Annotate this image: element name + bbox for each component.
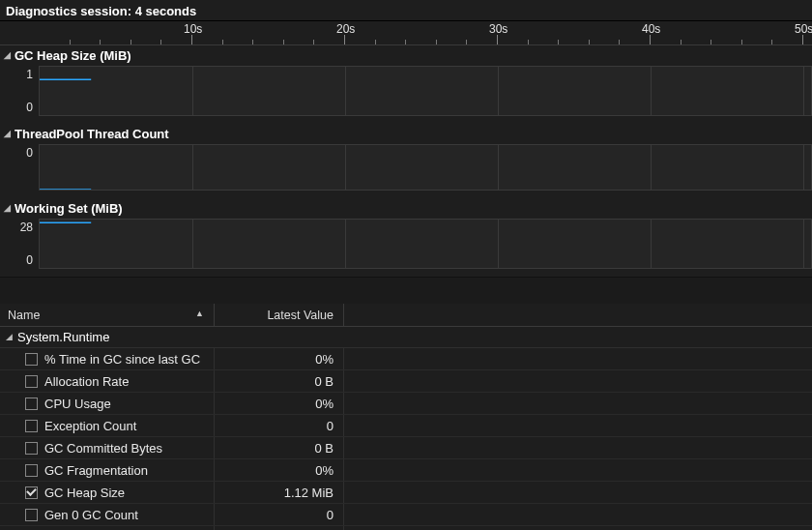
counter-value-cell: 0 B xyxy=(215,437,344,458)
counter-name-cell: GC Committed Bytes xyxy=(0,437,215,458)
chevron-down-icon: ◢ xyxy=(4,50,11,60)
counter-checkbox[interactable] xyxy=(25,375,38,388)
counter-name-label: Gen 0 GC Count xyxy=(44,508,138,522)
chart-area: 0 xyxy=(0,144,812,191)
table-row[interactable]: % Time in GC since last GC0% xyxy=(0,348,812,370)
sort-asc-icon: ▲ xyxy=(195,309,204,318)
counter-name-label: GC Committed Bytes xyxy=(44,441,162,456)
counter-name-label: % Time in GC since last GC xyxy=(44,352,200,367)
table-row[interactable]: Gen 0 Size0 B xyxy=(0,526,812,530)
table-row[interactable]: GC Heap Size1.12 MiB xyxy=(0,482,812,504)
chevron-down-icon: ◢ xyxy=(4,203,11,213)
y-tick-label: 0 xyxy=(26,146,33,160)
column-header-value[interactable]: Latest Value xyxy=(215,304,344,326)
counter-value-cell: 0 B xyxy=(215,370,344,392)
counter-name-cell: Exception Count xyxy=(0,415,215,436)
counter-checkbox[interactable] xyxy=(25,398,38,410)
table-row[interactable]: Gen 0 GC Count0 xyxy=(0,504,812,526)
chart-area: 280 xyxy=(0,219,812,269)
counter-value-cell: 0 B xyxy=(215,526,344,530)
counter-value-cell: 0% xyxy=(215,459,344,481)
ruler-tick-label: 30s xyxy=(489,22,508,36)
counter-name-label: Exception Count xyxy=(44,419,136,433)
y-axis: 10 xyxy=(0,66,39,116)
counter-value-cell: 0 xyxy=(215,504,344,525)
chart-title-label: Working Set (MiB) xyxy=(14,201,123,216)
chevron-down-icon: ◢ xyxy=(4,129,11,138)
counter-group-row[interactable]: ◢ System.Runtime xyxy=(0,327,812,348)
counter-name-cell: GC Fragmentation xyxy=(0,459,215,481)
counter-name-label: CPU Usage xyxy=(44,397,111,411)
chart-plot[interactable] xyxy=(39,219,812,269)
counter-checkbox[interactable] xyxy=(25,353,38,366)
chart-title[interactable]: ◢Working Set (MiB) xyxy=(0,198,812,219)
counter-checkbox[interactable] xyxy=(25,464,38,477)
counter-name-label: GC Fragmentation xyxy=(44,463,148,478)
table-row[interactable]: CPU Usage0% xyxy=(0,393,812,415)
table-row[interactable]: GC Fragmentation0% xyxy=(0,459,812,482)
y-tick-label: 1 xyxy=(26,68,33,81)
chart-area: 10 xyxy=(0,66,812,116)
chevron-down-icon: ◢ xyxy=(0,332,17,341)
column-header-name[interactable]: Name ▲ xyxy=(0,304,215,326)
ruler-tick-label: 20s xyxy=(336,22,355,36)
chart-title-label: GC Heap Size (MiB) xyxy=(14,48,131,63)
counter-value-cell: 1.12 MiB xyxy=(215,482,344,503)
ruler-tick-label: 50s xyxy=(795,22,812,36)
chart-plot[interactable] xyxy=(39,144,812,191)
ruler-tick-label: 10s xyxy=(184,22,202,36)
counter-name-cell: Gen 0 GC Count xyxy=(0,504,215,525)
chart-plot[interactable] xyxy=(39,66,812,116)
table-row[interactable]: Allocation Rate0 B xyxy=(0,370,812,393)
counter-name-label: Allocation Rate xyxy=(44,374,129,389)
counter-name-cell: % Time in GC since last GC xyxy=(0,348,215,369)
timeline-ruler[interactable]: 10s20s30s40s50s xyxy=(0,20,812,45)
counter-value-cell: 0 xyxy=(215,415,344,436)
y-tick-label: 0 xyxy=(26,253,33,267)
counter-value-cell: 0% xyxy=(215,348,344,369)
chart-title-label: ThreadPool Thread Count xyxy=(14,127,169,141)
y-axis: 280 xyxy=(0,219,39,269)
column-header-value-label: Latest Value xyxy=(267,309,334,322)
counter-name-cell: GC Heap Size xyxy=(0,482,215,503)
counter-checkbox[interactable] xyxy=(25,486,38,499)
counter-checkbox[interactable] xyxy=(25,509,38,521)
chart-title[interactable]: ◢GC Heap Size (MiB) xyxy=(0,45,812,66)
counter-name-cell: Allocation Rate xyxy=(0,370,215,392)
table-row[interactable]: GC Committed Bytes0 B xyxy=(0,437,812,459)
y-tick-label: 28 xyxy=(20,221,33,234)
counter-name-cell: Gen 0 Size xyxy=(0,526,215,530)
chart-title[interactable]: ◢ThreadPool Thread Count xyxy=(0,124,812,144)
y-tick-label: 0 xyxy=(26,101,33,114)
counter-group-label: System.Runtime xyxy=(17,330,109,344)
counter-name-cell: CPU Usage xyxy=(0,393,215,414)
counter-value-cell: 0% xyxy=(215,393,344,414)
counter-checkbox[interactable] xyxy=(25,442,38,455)
counter-checkbox[interactable] xyxy=(25,420,38,432)
column-header-name-label: Name xyxy=(8,309,40,322)
session-header: Diagnostics session: 4 seconds xyxy=(0,0,812,20)
counters-table: Name ▲ Latest Value ◢ System.Runtime % T… xyxy=(0,304,812,530)
ruler-tick-label: 40s xyxy=(642,22,660,36)
table-header: Name ▲ Latest Value xyxy=(0,304,812,327)
counter-name-label: GC Heap Size xyxy=(44,486,125,500)
table-row[interactable]: Exception Count0 xyxy=(0,415,812,437)
separator xyxy=(0,277,812,304)
y-axis: 0 xyxy=(0,144,39,191)
